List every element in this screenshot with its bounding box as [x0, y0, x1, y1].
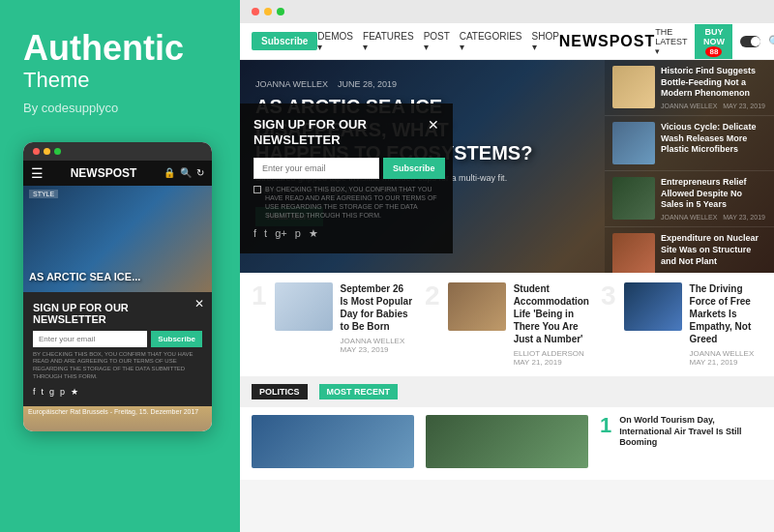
mobile-social-icons: f t g p ★: [33, 387, 202, 397]
popup-star-icon[interactable]: ★: [309, 227, 318, 240]
popup-disclaimer: BY CHECKING THIS BOX, YOU CONFIRM THAT Y…: [265, 185, 439, 220]
mobile-content: ☰ NEWSPOST 🔒 🔍 ↻ STYLE AS ARCTIC SEA ICE…: [23, 161, 212, 431]
mobile-news-header: ☰ NEWSPOST 🔒 🔍 ↻: [23, 161, 212, 186]
hero-sidebar: Historic Find Suggests Bottle-Feeding No…: [605, 60, 774, 273]
theme-title: Authentic: [23, 29, 217, 68]
mobile-email-input[interactable]: [33, 331, 147, 347]
mobile-dot-red: [33, 148, 40, 155]
buy-now-button[interactable]: BUY NOW 88: [695, 24, 732, 59]
popup-header: SIGN UP FOR OUR NEWSLETTER ✕: [253, 117, 439, 147]
latest-button[interactable]: THE LATEST ▾: [655, 27, 687, 56]
bottom-article-meta-2: ELLIOT ALDERSON MAY 21, 2019: [514, 349, 589, 367]
hamburger-icon[interactable]: ☰: [31, 165, 44, 181]
sidebar-article-content-4: Expenditure on Nuclear Site Was on Struc…: [661, 233, 766, 273]
section-politics[interactable]: POLITICS: [252, 384, 308, 399]
browser-dot-green[interactable]: [277, 8, 284, 15]
hero-date: JUNE 28, 2019: [338, 79, 397, 89]
popup-twitter-icon[interactable]: t: [264, 227, 267, 240]
header-right: THE LATEST ▾ BUY NOW 88 🔍: [655, 24, 774, 59]
bottom-section: 1 September 26 Is Most Popular Day for B…: [240, 273, 774, 376]
nav-shop[interactable]: SHOP ▾: [532, 31, 559, 52]
preview-item-right[interactable]: 1 On World Tourism Day, International Ai…: [600, 415, 762, 472]
nav-features[interactable]: FEATURES ▾: [363, 31, 414, 52]
popup-facebook-icon[interactable]: f: [253, 227, 256, 240]
popup-title: SIGN UP FOR OUR NEWSLETTER: [253, 117, 428, 147]
left-panel: Authentic Theme By codesupplyco ☰ NEWSPO…: [0, 0, 240, 532]
mobile-twitter-icon[interactable]: t: [42, 387, 45, 397]
mobile-search-icon[interactable]: 🔍: [180, 167, 192, 178]
mobile-refresh-icon[interactable]: ↻: [196, 167, 204, 178]
preview-item-1[interactable]: [252, 415, 414, 472]
sidebar-thumb-2: [612, 122, 655, 164]
bottom-article-3[interactable]: 3 The Driving Force of Free Markets Is E…: [601, 282, 762, 367]
mobile-pinterest-icon[interactable]: p: [60, 387, 65, 397]
preview-thumb-1: [252, 415, 414, 468]
sidebar-thumb-3: [612, 177, 655, 220]
sidebar-article-content-3: Entrepreneurs Relief Allowed Despite No …: [661, 177, 766, 221]
mobile-dot-green: [54, 148, 61, 155]
sidebar-article-3[interactable]: Entrepreneurs Relief Allowed Despite No …: [605, 171, 774, 227]
sidebar-thumb-4: [612, 233, 655, 273]
nav-categories[interactable]: CATEGORIES ▾: [460, 31, 522, 52]
browser-dot-yellow[interactable]: [264, 8, 272, 15]
sidebar-article-2[interactable]: Vicious Cycle: Delicate Wash Releases Mo…: [605, 116, 774, 171]
sidebar-article-title-3: Entrepreneurs Relief Allowed Despite No …: [661, 177, 766, 211]
section-most-recent[interactable]: MOST RECENT: [319, 384, 399, 399]
hero-section: JOANNA WELLEX JUNE 28, 2019 AS ARCTIC SE…: [240, 60, 774, 273]
mobile-facebook-icon[interactable]: f: [33, 387, 36, 397]
mobile-email-row: Subscribe: [33, 331, 202, 347]
mobile-close-button[interactable]: ✕: [194, 297, 204, 310]
dark-mode-toggle[interactable]: [740, 36, 760, 47]
popup-subscribe-button[interactable]: Subscribe: [383, 158, 445, 179]
bottom-num-1: 1: [252, 282, 267, 310]
author-label: By codesupplyco: [23, 101, 217, 115]
sidebar-article-title-2: Vicious Cycle: Delicate Wash Releases Mo…: [661, 122, 766, 156]
search-icon[interactable]: 🔍: [768, 35, 774, 48]
bottom-article-meta-1: JOANNA WELLEX MAY 23, 2019: [341, 337, 413, 354]
bottom-thumb-2: [448, 282, 506, 331]
mobile-disclaimer: BY CHECKING THIS BOX, YOU CONFIRM THAT Y…: [33, 351, 202, 381]
mobile-hero-headline: AS ARCTIC SEA ICE...: [29, 271, 140, 283]
bottom-article-2[interactable]: 2 Student Accommodation Life 'Being in T…: [425, 282, 589, 367]
sidebar-article-title-1: Historic Find Suggests Bottle-Feeding No…: [661, 66, 766, 100]
sidebar-article-content-1: Historic Find Suggests Bottle-Feeding No…: [661, 66, 766, 109]
sidebar-article-content-2: Vicious Cycle: Delicate Wash Releases Mo…: [661, 122, 766, 164]
nav-demos[interactable]: DEMOS ▾: [317, 31, 353, 52]
subscribe-header-button[interactable]: Subscribe: [252, 32, 317, 50]
sidebar-article-meta-1: JOANNA WELLEX MAY 23, 2019: [661, 103, 766, 109]
preview-thumb-2: [426, 415, 588, 468]
browser-dot-red[interactable]: [252, 8, 259, 15]
popup-checkbox[interactable]: [253, 186, 261, 193]
bottom-article-1[interactable]: 1 September 26 Is Most Popular Day for B…: [252, 282, 413, 367]
sections-row: POLITICS MOST RECENT: [240, 376, 774, 407]
preview-item-2[interactable]: [426, 415, 588, 472]
mobile-subscribe-button[interactable]: Subscribe: [151, 331, 202, 347]
popup-email-row: Subscribe: [253, 158, 439, 179]
bottom-preview-row: 1 On World Tourism Day, International Ai…: [240, 407, 774, 480]
sidebar-article-4[interactable]: Expenditure on Nuclear Site Was on Struc…: [605, 227, 774, 273]
browser-chrome: [240, 0, 774, 23]
nav-post[interactable]: POST ▾: [424, 31, 450, 52]
bottom-article-content-3: The Driving Force of Free Markets Is Emp…: [690, 282, 762, 367]
sidebar-article-1[interactable]: Historic Find Suggests Bottle-Feeding No…: [605, 60, 774, 116]
mobile-preview: ☰ NEWSPOST 🔒 🔍 ↻ STYLE AS ARCTIC SEA ICE…: [23, 142, 212, 431]
mobile-footer-text: Europäischer Rat Brussels - Freitag, 15.…: [23, 406, 212, 417]
bottom-num-2: 2: [425, 282, 440, 310]
hero-meta: JOANNA WELLEX JUNE 28, 2019: [255, 79, 589, 89]
site-logo: NEWSPOST: [559, 33, 656, 50]
bottom-thumb-1: [275, 282, 333, 331]
mobile-style-tag: STYLE: [29, 190, 58, 198]
newsletter-popup: SIGN UP FOR OUR NEWSLETTER ✕ Subscribe B…: [240, 103, 453, 253]
sidebar-article-title-4: Expenditure on Nuclear Site Was on Struc…: [661, 233, 766, 267]
site-header: Subscribe DEMOS ▾ FEATURES ▾ POST ▾ CATE…: [240, 23, 774, 60]
popup-google-icon[interactable]: g+: [275, 227, 287, 240]
popup-close-button[interactable]: ✕: [428, 117, 439, 133]
mobile-google-icon[interactable]: g: [49, 387, 54, 397]
popup-pinterest-icon[interactable]: p: [295, 227, 301, 240]
popup-email-input[interactable]: [253, 158, 379, 179]
mobile-top-bar: [23, 142, 212, 161]
mobile-star-icon[interactable]: ★: [71, 387, 78, 397]
bottom-num-3: 3: [601, 282, 616, 310]
hero-author: JOANNA WELLEX: [255, 79, 328, 89]
right-panel: Subscribe DEMOS ▾ FEATURES ▾ POST ▾ CATE…: [240, 0, 774, 532]
